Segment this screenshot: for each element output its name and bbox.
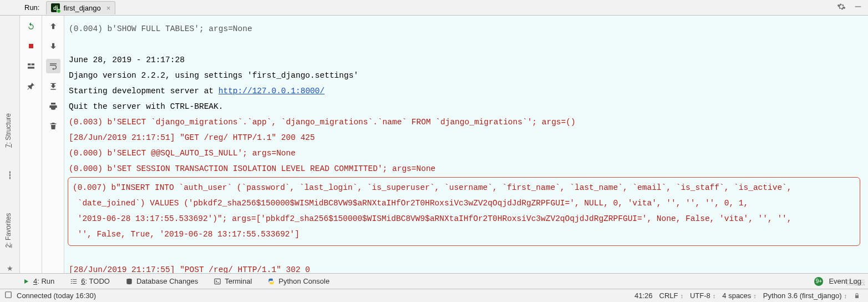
left-side-rail: 7: 7: StructureStructure ┇ 2: 2: Favorit… xyxy=(0,16,20,273)
rerun-button[interactable] xyxy=(24,19,38,33)
console-line: Starting development server at http://12… xyxy=(69,87,324,95)
svg-rect-4 xyxy=(28,67,34,68)
run-toolwindow-header: Run: dj first_django × xyxy=(0,0,868,16)
scroll-to-end-button[interactable] xyxy=(46,79,60,93)
console-output[interactable]: (0.004) b'SHOW FULL TABLES'; args=None J… xyxy=(64,16,868,273)
line-separator-selector[interactable]: CRLF xyxy=(656,291,687,300)
console-line: June 28, 2019 - 21:17:28 xyxy=(69,56,185,64)
lock-icon[interactable] xyxy=(850,293,864,299)
status-icon xyxy=(4,291,12,300)
run-toolwindow-button[interactable]: 4: 4: RunRun xyxy=(22,277,54,285)
server-url-link[interactable]: http://127.0.0.1:8000/ xyxy=(219,87,324,95)
print-button[interactable] xyxy=(46,99,60,113)
todo-toolwindow-button[interactable]: 6: 6: TODOTODO xyxy=(70,277,110,285)
python-console-button[interactable]: Python Console xyxy=(267,277,329,285)
soft-wrap-button[interactable] xyxy=(46,59,60,73)
console-line: (0.003) b'SELECT `django_migrations`.`ap… xyxy=(69,118,576,127)
interpreter-selector[interactable]: Python 3.6 (first_django) xyxy=(760,291,850,300)
close-icon[interactable]: × xyxy=(106,4,111,12)
console-line: Quit the server with CTRL-BREAK. xyxy=(69,102,223,111)
layout-button[interactable] xyxy=(24,59,38,73)
svg-rect-6 xyxy=(215,279,221,284)
encoding-selector[interactable]: UTF-8 xyxy=(687,291,719,300)
console-line: (0.000) b'SET SESSION TRANSACTION ISOLAT… xyxy=(69,164,435,173)
up-icon[interactable] xyxy=(46,19,60,33)
run-config-tab[interactable]: dj first_django × xyxy=(46,1,115,14)
star-icon: ★ xyxy=(7,264,13,273)
run-config-tab-title: first_django xyxy=(63,4,100,12)
trash-button[interactable] xyxy=(46,119,60,133)
status-bar: Connected (today 16:30) 41:26 CRLF UTF-8… xyxy=(0,289,868,302)
caret-position[interactable]: 41:26 xyxy=(631,291,656,300)
console-actions-gutter xyxy=(42,16,64,273)
bottom-toolstrip: 4: 4: RunRun 6: 6: TODOTODO Database Cha… xyxy=(0,273,868,289)
run-actions-gutter xyxy=(20,16,42,273)
console-line: Django version 2.2.2, using settings 'fi… xyxy=(69,71,358,80)
favorites-tool-button[interactable]: 2: 2: FavoritesFavorites xyxy=(4,213,12,248)
svg-rect-0 xyxy=(855,6,861,7)
down-icon[interactable] xyxy=(46,39,60,53)
event-log-button[interactable]: Event Log xyxy=(829,277,861,285)
gear-icon[interactable] xyxy=(837,2,846,13)
structure-icon: ┇ xyxy=(8,171,12,179)
svg-rect-7 xyxy=(6,292,12,298)
highlighted-sql-insert: (0.007) b"INSERT INTO `auth_user` (`pass… xyxy=(68,177,860,246)
terminal-toolwindow-button[interactable]: Terminal xyxy=(214,277,252,285)
django-icon: dj xyxy=(51,3,60,12)
console-line: (0.004) b'SHOW FULL TABLES'; args=None xyxy=(69,21,864,37)
svg-rect-1 xyxy=(29,44,33,48)
svg-rect-3 xyxy=(31,63,34,65)
notifications-badge[interactable]: 9+ xyxy=(814,277,823,286)
console-line: [28/Jun/2019 21:17:55] "POST /reg/ HTTP/… xyxy=(69,265,310,273)
minimize-icon[interactable] xyxy=(854,2,862,13)
indent-selector[interactable]: 4 spaces xyxy=(719,291,760,300)
svg-rect-2 xyxy=(28,63,31,65)
stop-button[interactable] xyxy=(24,39,38,53)
status-message: Connected (today 16:30) xyxy=(17,291,96,300)
structure-tool-button[interactable]: 7: 7: StructureStructure xyxy=(4,113,12,148)
database-changes-button[interactable]: Database Changes xyxy=(125,277,198,285)
run-label: Run: xyxy=(24,3,39,12)
pin-button[interactable] xyxy=(24,79,38,93)
console-line: [28/Jun/2019 21:17:51] "GET /reg/ HTTP/1… xyxy=(69,133,315,142)
console-line: (0.000) b'SELECT @@SQL_AUTO_IS_NULL'; ar… xyxy=(69,149,296,158)
